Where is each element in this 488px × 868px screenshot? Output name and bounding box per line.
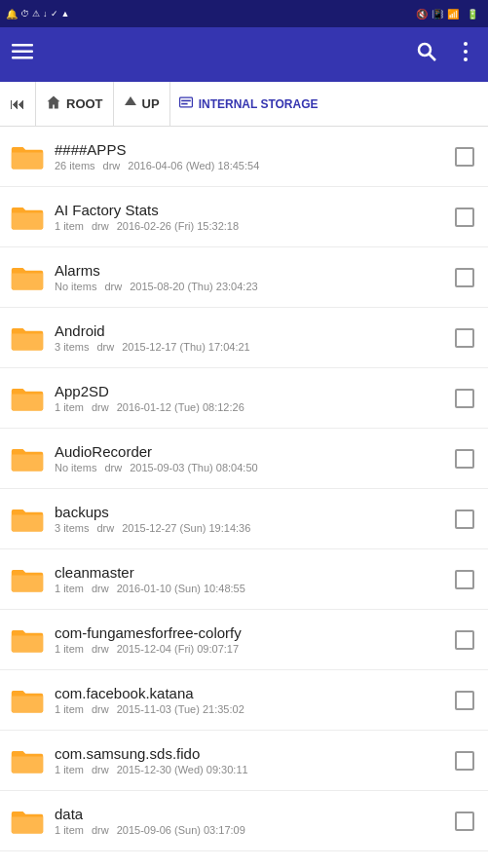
file-name: AI Factory Stats: [55, 202, 451, 218]
file-row[interactable]: AudioRecorder No items drw 2015-09-03 (T…: [0, 429, 488, 489]
file-meta: No items drw 2015-09-03 (Thu) 08:04:50: [55, 462, 451, 473]
file-row[interactable]: App2SD 1 item drw 2016-01-12 (Tue) 08:12…: [0, 368, 488, 429]
checkbox-box: [455, 811, 474, 831]
file-date: 2015-12-30 (Wed) 09:30:11: [117, 764, 248, 775]
file-checkbox[interactable]: [451, 626, 478, 654]
file-items: 1 item: [55, 764, 84, 775]
folder-icon: [10, 864, 45, 869]
file-items: 1 item: [55, 401, 84, 413]
file-list: ####APPS 26 items drw 2016-04-06 (Wed) 1…: [0, 127, 488, 868]
file-row[interactable]: Alarms No items drw 2015-08-20 (Thu) 23:…: [0, 247, 488, 308]
file-date: 2016-02-26 (Fri) 15:32:18: [117, 220, 239, 232]
file-row[interactable]: cleanmaster 1 item drw 2016-01-10 (Sun) …: [0, 549, 488, 610]
file-date: 2015-12-27 (Sun) 19:14:36: [122, 522, 250, 534]
file-row[interactable]: com-fungamesforfree-colorfy 1 item drw 2…: [0, 610, 488, 670]
folder-icon: [10, 502, 45, 537]
folder-icon: [10, 139, 45, 174]
checkbox-box: [455, 268, 474, 287]
file-items: 26 items: [55, 160, 95, 171]
file-date: 2016-04-06 (Wed) 18:45:54: [128, 160, 259, 171]
file-items: 3 items: [55, 341, 89, 353]
file-row[interactable]: data 1 item drw 2015-09-06 (Sun) 03:17:0…: [0, 791, 488, 851]
file-row[interactable]: Android 3 items drw 2015-12-17 (Thu) 17:…: [0, 308, 488, 368]
file-row[interactable]: DCIM: [0, 851, 488, 868]
nav-back-button[interactable]: ⏮: [0, 82, 36, 126]
file-type: drw: [96, 341, 114, 353]
file-checkbox[interactable]: [451, 506, 478, 533]
search-button[interactable]: [416, 41, 437, 68]
file-row[interactable]: com.facebook.katana 1 item drw 2015-11-0…: [0, 670, 488, 731]
file-info: com.facebook.katana 1 item drw 2015-11-0…: [55, 685, 451, 715]
folder-icon: [10, 623, 45, 658]
file-type: drw: [96, 522, 114, 534]
file-info: App2SD 1 item drw 2016-01-12 (Tue) 08:12…: [55, 383, 451, 413]
file-checkbox[interactable]: [451, 324, 478, 352]
svg-rect-2: [12, 57, 33, 59]
svg-point-5: [464, 42, 468, 46]
file-meta: 1 item drw 2016-02-26 (Fri) 15:32:18: [55, 220, 451, 232]
more-options-button[interactable]: [455, 41, 476, 68]
nav-up-button[interactable]: UP: [114, 82, 170, 126]
file-row[interactable]: ####APPS 26 items drw 2016-04-06 (Wed) 1…: [0, 127, 488, 187]
folder-icon: [10, 260, 45, 295]
file-meta: 3 items drw 2015-12-27 (Sun) 19:14:36: [55, 522, 451, 534]
vibrate-icon: 📳: [432, 9, 443, 19]
file-checkbox[interactable]: [451, 566, 478, 593]
toolbar: [0, 27, 488, 82]
download-icon: ↓: [43, 9, 48, 19]
file-items: 1 item: [55, 643, 84, 655]
up-arrow-icon: [124, 95, 137, 113]
file-name: backups: [55, 504, 451, 520]
file-info: com-fungamesforfree-colorfy 1 item drw 2…: [55, 624, 451, 655]
nav-root-button[interactable]: ROOT: [36, 82, 114, 126]
nav-bar: ⏮ ROOT UP INTERNAL STORAGE: [0, 82, 488, 127]
file-checkbox[interactable]: [451, 687, 478, 714]
file-name: Alarms: [55, 262, 451, 279]
file-name: Android: [55, 322, 451, 339]
checkbox-box: [455, 751, 474, 771]
checkbox-box: [455, 449, 474, 469]
file-meta: 1 item drw 2015-12-30 (Wed) 09:30:11: [55, 764, 451, 775]
file-type: drw: [92, 703, 109, 715]
file-row[interactable]: AI Factory Stats 1 item drw 2016-02-26 (…: [0, 187, 488, 247]
menu-button[interactable]: [12, 41, 33, 68]
root-label: ROOT: [66, 96, 103, 111]
internal-storage-label: INTERNAL STORAGE: [199, 97, 319, 111]
file-row[interactable]: backups 3 items drw 2015-12-27 (Sun) 19:…: [0, 489, 488, 549]
file-checkbox[interactable]: [451, 445, 478, 472]
file-date: 2015-12-04 (Fri) 09:07:17: [117, 643, 239, 655]
svg-rect-0: [12, 44, 33, 47]
file-items: No items: [55, 462, 96, 473]
file-checkbox[interactable]: [451, 747, 478, 774]
file-date: 2016-01-10 (Sun) 10:48:55: [117, 583, 245, 594]
file-type: drw: [92, 764, 109, 775]
svg-point-7: [464, 57, 468, 61]
file-checkbox[interactable]: [451, 204, 478, 231]
file-info: data 1 item drw 2015-09-06 (Sun) 03:17:0…: [55, 806, 451, 836]
file-checkbox[interactable]: [451, 143, 478, 170]
file-info: AI Factory Stats 1 item drw 2016-02-26 (…: [55, 202, 451, 232]
file-meta: 3 items drw 2015-12-17 (Thu) 17:04:21: [55, 341, 451, 353]
file-type: drw: [104, 281, 122, 292]
file-date: 2015-12-17 (Thu) 17:04:21: [122, 341, 249, 353]
file-checkbox[interactable]: [451, 808, 478, 835]
file-info: ####APPS 26 items drw 2016-04-06 (Wed) 1…: [55, 141, 451, 171]
file-name: App2SD: [55, 383, 451, 399]
status-icons-left: 🔔 ⏱ ⚠ ↓ ✓ ▲: [6, 9, 69, 19]
nav-internal-storage-button[interactable]: INTERNAL STORAGE: [170, 82, 488, 126]
file-row[interactable]: com.samsung.sds.fido 1 item drw 2015-12-…: [0, 731, 488, 791]
folder-icon: [10, 683, 45, 718]
file-meta: 1 item drw 2016-01-10 (Sun) 10:48:55: [55, 583, 451, 594]
file-checkbox[interactable]: [451, 264, 478, 291]
folder-icon: [10, 804, 45, 839]
file-checkbox[interactable]: [451, 385, 478, 412]
warning-icon: ⚠: [32, 9, 40, 19]
folder-icon: [10, 200, 45, 235]
checkbox-box: [455, 208, 474, 227]
folder-icon: [10, 743, 45, 778]
file-name: data: [55, 806, 451, 822]
file-items: 1 item: [55, 583, 84, 594]
file-date: 2015-08-20 (Thu) 23:04:23: [130, 281, 257, 292]
battery-icon: 🔋: [467, 9, 478, 19]
file-info: backups 3 items drw 2015-12-27 (Sun) 19:…: [55, 504, 451, 534]
